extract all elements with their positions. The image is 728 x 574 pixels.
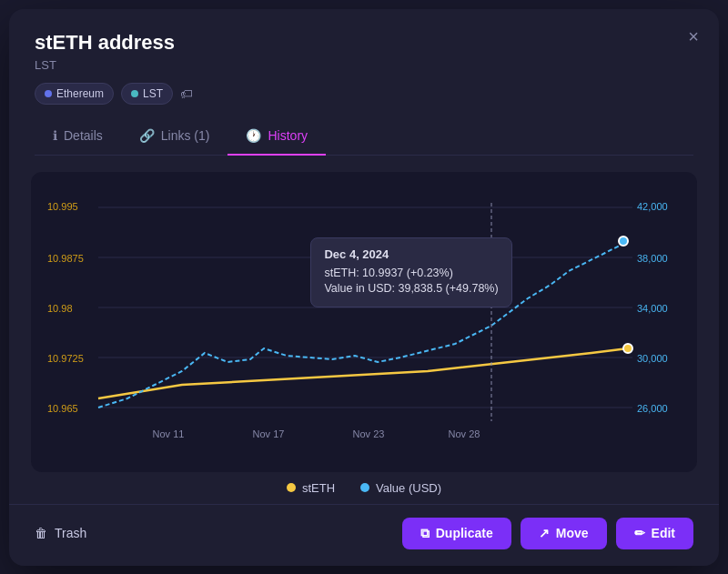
chart-area: 10.995 10.9875 10.98 10.9725 10.965 42,0…	[9, 156, 719, 504]
info-icon: ℹ	[53, 128, 57, 143]
svg-point-17	[623, 344, 632, 353]
chart-container: 10.995 10.9875 10.98 10.9725 10.965 42,0…	[31, 172, 697, 472]
legend-row: stETH Value (USD)	[31, 481, 697, 495]
modal-footer: 🗑 Trash ⧉ Duplicate ↗ Move ✏ Edit	[9, 504, 719, 566]
tags-row: Ethereum LST 🏷	[35, 83, 693, 105]
svg-text:26,000: 26,000	[637, 403, 668, 414]
legend-usd-label: Value (USD)	[376, 481, 441, 495]
tab-history-label: History	[268, 128, 308, 143]
legend-usd: Value (USD)	[360, 481, 441, 495]
footer-actions: ⧉ Duplicate ↗ Move ✏ Edit	[402, 518, 693, 549]
svg-text:38,000: 38,000	[637, 253, 668, 264]
tag-ethereum[interactable]: Ethereum	[35, 83, 114, 105]
duplicate-button[interactable]: ⧉ Duplicate	[402, 518, 511, 549]
tag-icon: 🏷	[180, 86, 193, 101]
legend-steth: stETH	[287, 481, 335, 495]
svg-text:34,000: 34,000	[637, 303, 668, 314]
tab-details-label: Details	[64, 128, 103, 143]
ethereum-dot-icon	[45, 90, 52, 97]
tag-ethereum-label: Ethereum	[56, 87, 104, 100]
modal: stETH address LST × Ethereum LST 🏷 ℹ Det…	[9, 9, 719, 566]
history-icon: 🕐	[246, 128, 261, 143]
duplicate-icon: ⧉	[420, 526, 430, 541]
tab-history[interactable]: 🕐 History	[228, 119, 326, 156]
move-icon: ↗	[539, 526, 550, 540]
tab-links[interactable]: 🔗 Links (1)	[121, 119, 228, 156]
chart-svg: 10.995 10.9875 10.98 10.9725 10.965 42,0…	[46, 188, 682, 463]
tab-details[interactable]: ℹ Details	[35, 119, 121, 156]
svg-text:Nov 17: Nov 17	[253, 428, 285, 439]
svg-text:10.9875: 10.9875	[47, 253, 84, 264]
svg-text:42,000: 42,000	[637, 201, 668, 212]
edit-icon: ✏	[634, 526, 645, 540]
legend-yellow-dot	[287, 483, 296, 492]
svg-text:10.98: 10.98	[47, 303, 73, 314]
lst-dot-icon	[131, 90, 138, 97]
trash-button[interactable]: 🗑 Trash	[35, 526, 86, 540]
svg-text:Nov 23: Nov 23	[353, 428, 385, 439]
svg-text:10.965: 10.965	[47, 403, 78, 414]
legend-steth-label: stETH	[302, 481, 335, 495]
trash-icon: 🗑	[35, 526, 47, 540]
svg-text:Nov 11: Nov 11	[153, 428, 185, 439]
trash-label: Trash	[55, 526, 86, 540]
tag-lst-label: LST	[143, 87, 163, 100]
modal-subtitle: LST	[35, 58, 693, 72]
close-button[interactable]: ×	[688, 27, 699, 45]
svg-text:Nov 28: Nov 28	[449, 428, 480, 439]
svg-text:10.9725: 10.9725	[47, 353, 84, 364]
svg-text:10.995: 10.995	[47, 201, 78, 212]
svg-point-16	[619, 237, 628, 246]
duplicate-label: Duplicate	[436, 526, 493, 540]
tag-lst[interactable]: LST	[121, 83, 173, 105]
edit-label: Edit	[652, 526, 675, 540]
tab-links-label: Links (1)	[161, 128, 210, 143]
modal-title: stETH address	[35, 31, 693, 55]
link-icon: 🔗	[139, 128, 155, 143]
legend-blue-dot	[360, 483, 369, 492]
move-button[interactable]: ↗ Move	[521, 518, 607, 549]
move-label: Move	[556, 526, 589, 540]
edit-button[interactable]: ✏ Edit	[616, 518, 693, 549]
svg-text:30,000: 30,000	[637, 353, 668, 364]
tabs-row: ℹ Details 🔗 Links (1) 🕐 History	[35, 119, 693, 156]
modal-header: stETH address LST × Ethereum LST 🏷 ℹ Det…	[9, 9, 719, 156]
